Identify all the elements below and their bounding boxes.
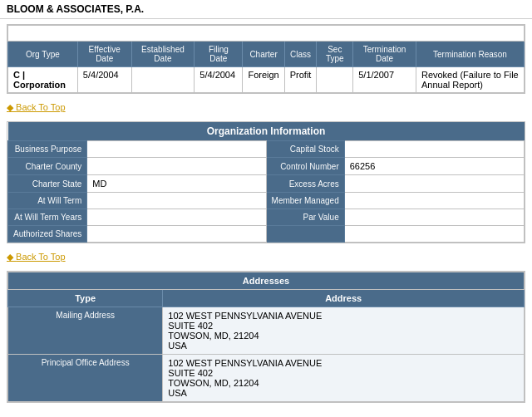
- detail-label-left: At Will Term Years: [8, 209, 87, 226]
- back-to-top-2[interactable]: Back To Top: [0, 248, 532, 266]
- addr-value: 102 WEST PENNSYLVANIA AVENUESUITE 402TOW…: [163, 307, 525, 355]
- detail-value-right: [344, 209, 524, 226]
- cell-org-type: C | Corporation: [8, 67, 78, 93]
- back-to-top-1[interactable]: Back To Top: [0, 99, 532, 116]
- cell-effective-date: 5/4/2004: [77, 67, 131, 93]
- detail-label-right: Par Value: [266, 209, 344, 226]
- col-filing-date: Filing Date: [195, 42, 243, 67]
- detail-label-right: Control Number: [266, 158, 344, 175]
- detail-value-left: [87, 193, 266, 209]
- detail-label-left: Authorized Shares: [8, 226, 87, 243]
- org-info-header-2: Organization Information: [8, 122, 525, 141]
- addr-type: Mailing Address: [8, 307, 163, 355]
- detail-row: At Will Term Member Managed: [8, 193, 525, 209]
- detail-label-right: Member Managed: [266, 193, 344, 209]
- detail-row: At Will Term Years Par Value: [8, 209, 525, 226]
- page-title: BLOOM & ASSOCIATES, P.A.: [0, 0, 532, 19]
- detail-row: Business Purpose Capital Stock: [8, 141, 525, 158]
- detail-label-right: Capital Stock: [266, 141, 344, 158]
- addresses-table: Addresses Type Address Mailing Address 1…: [7, 272, 525, 402]
- cell-filing-date: 5/4/2004: [195, 67, 243, 93]
- address-row: Mailing Address 102 WEST PENNSYLVANIA AV…: [8, 307, 525, 355]
- col-effective-date: Effective Date: [77, 42, 131, 67]
- detail-label-left: Business Purpose: [8, 141, 87, 158]
- col-org-type: Org Type: [8, 42, 78, 67]
- col-termination-date: Termination Date: [353, 42, 416, 67]
- addr-col-type: Type: [8, 290, 163, 307]
- detail-value-left: [87, 141, 266, 158]
- detail-row: Charter State MD Excess Acres: [8, 175, 525, 193]
- detail-label-left: At Will Term: [8, 193, 87, 209]
- addr-value: 102 WEST PENNSYLVANIA AVENUESUITE 402TOW…: [163, 355, 525, 402]
- detail-value-left: [87, 209, 266, 226]
- detail-row: Charter County Control Number 66256: [8, 158, 525, 175]
- addr-col-address: Address: [163, 290, 525, 307]
- detail-value-right: 66256: [344, 158, 524, 175]
- addr-type: Principal Office Address: [8, 355, 163, 402]
- address-row: Principal Office Address 102 WEST PENNSY…: [8, 355, 525, 402]
- org-info-section-2: Organization Information Business Purpos…: [7, 121, 525, 243]
- detail-label-left: Charter County: [8, 158, 87, 175]
- detail-value-left: [87, 226, 266, 243]
- detail-row: Authorized Shares: [8, 226, 525, 243]
- detail-value-right: [344, 226, 524, 243]
- detail-label-right: [266, 226, 344, 243]
- org-info-section-1: Organization Information Org Type Effect…: [7, 24, 525, 94]
- col-termination-reason: Termination Reason: [416, 42, 524, 67]
- detail-value-right: [344, 175, 524, 193]
- detail-label-left: Charter State: [8, 175, 87, 193]
- cell-termination-reason: Revoked (Failure to File Annual Report): [416, 67, 524, 93]
- col-charter: Charter: [243, 42, 284, 67]
- detail-value-left: MD: [87, 175, 266, 193]
- cell-class: Profit: [284, 67, 317, 93]
- cell-termination-date: 5/1/2007: [353, 67, 416, 93]
- col-established-date: Established Date: [131, 42, 195, 67]
- org-info-table: Organization Information Org Type Effect…: [7, 25, 525, 93]
- org-info-header-1: Organization Information: [8, 26, 525, 42]
- detail-value-right: [344, 141, 524, 158]
- detail-label-right: Excess Acres: [266, 175, 344, 193]
- detail-value-right: [344, 193, 524, 209]
- org-detail-table: Organization Information Business Purpos…: [7, 122, 525, 243]
- cell-charter: Foreign: [243, 67, 284, 93]
- detail-value-left: [87, 158, 266, 175]
- col-sec-type: Sec Type: [317, 42, 353, 67]
- table-row: C | Corporation 5/4/2004 5/4/2004 Foreig…: [8, 67, 525, 93]
- addresses-section: Addresses Type Address Mailing Address 1…: [7, 271, 525, 403]
- col-class: Class: [284, 42, 317, 67]
- addresses-header: Addresses: [8, 272, 525, 290]
- cell-established-date: [131, 67, 195, 93]
- cell-sec-type: [317, 67, 353, 93]
